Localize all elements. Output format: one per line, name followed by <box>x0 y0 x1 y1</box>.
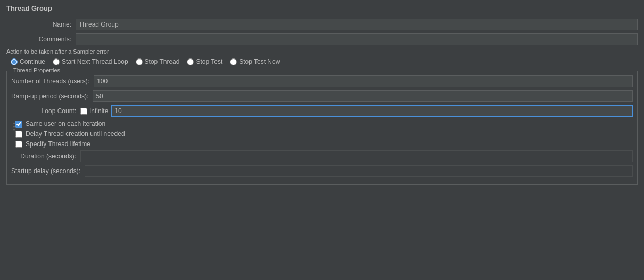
duration-row: Duration (seconds): <box>11 150 633 162</box>
radio-stop-test-now-input[interactable] <box>230 58 237 65</box>
num-threads-row: Number of Threads (users): <box>11 75 633 87</box>
ramp-up-label: Ramp-up period (seconds): <box>11 92 93 100</box>
thread-properties-legend: Thread Properties <box>11 67 62 73</box>
name-row: Name: <box>6 19 638 30</box>
left-dots <box>13 122 15 130</box>
same-user-label: Same user on each iteration <box>26 120 105 128</box>
delay-thread-label: Delay Thread creation until needed <box>26 130 125 138</box>
name-label: Name: <box>6 21 76 28</box>
specify-lifetime-checkbox[interactable] <box>15 141 22 148</box>
thread-prop-inner: Number of Threads (users): Ramp-up perio… <box>11 75 633 177</box>
dot-3 <box>13 129 15 130</box>
num-threads-label: Number of Threads (users): <box>11 78 94 85</box>
comments-input[interactable] <box>76 33 638 45</box>
dot-1 <box>13 122 15 124</box>
delay-thread-checkbox[interactable] <box>15 131 22 138</box>
radio-stop-thread-input[interactable] <box>136 58 143 65</box>
radio-stop-thread: Stop Thread <box>136 58 180 65</box>
startup-delay-input[interactable] <box>85 165 633 177</box>
specify-lifetime-row: Specify Thread lifetime <box>15 140 633 148</box>
loop-count-input[interactable] <box>111 105 633 117</box>
startup-delay-label: Startup delay (seconds): <box>11 167 85 175</box>
duration-label: Duration (seconds): <box>11 152 80 160</box>
ramp-up-input[interactable] <box>93 90 633 102</box>
startup-delay-row: Startup delay (seconds): <box>11 165 633 177</box>
radio-stop-test-label: Stop Test <box>196 58 222 65</box>
num-threads-input[interactable] <box>94 75 633 87</box>
specify-lifetime-label: Specify Thread lifetime <box>26 140 90 148</box>
infinite-label: Infinite <box>89 107 108 115</box>
loop-count-label: Loop Count: <box>11 107 80 115</box>
radio-continue: Continue <box>11 58 45 65</box>
infinite-check: Infinite <box>80 107 108 115</box>
radio-stop-thread-label: Stop Thread <box>145 58 180 65</box>
radio-start-next-label: Start Next Thread Loop <box>62 58 128 65</box>
same-user-checkbox[interactable] <box>15 121 22 128</box>
action-section: Action to be taken after a Sampler error… <box>6 48 638 67</box>
delay-thread-row: Delay Thread creation until needed <box>15 130 633 138</box>
radio-continue-input[interactable] <box>11 58 18 65</box>
same-user-row: Same user on each iteration <box>15 120 633 128</box>
thread-properties-section: Thread Properties Number of Threads (use… <box>6 71 638 185</box>
radio-stop-test-now-label: Stop Test Now <box>239 58 280 65</box>
loop-count-row: Loop Count: Infinite <box>11 105 633 117</box>
radio-continue-label: Continue <box>20 58 45 65</box>
radio-stop-test: Stop Test <box>187 58 222 65</box>
panel-title: Thread Group <box>6 4 638 14</box>
duration-input[interactable] <box>80 150 633 162</box>
radio-start-next: Start Next Thread Loop <box>53 58 128 65</box>
comments-row: Comments: <box>6 33 638 45</box>
action-label: Action to be taken after a Sampler error <box>6 48 638 55</box>
name-input[interactable] <box>76 19 638 30</box>
main-panel: Thread Group Name: Comments: Action to b… <box>0 0 644 280</box>
radio-stop-test-input[interactable] <box>187 58 194 65</box>
radio-group: Continue Start Next Thread Loop Stop Thr… <box>6 56 638 67</box>
radio-start-next-input[interactable] <box>53 58 60 65</box>
radio-stop-test-now: Stop Test Now <box>230 58 280 65</box>
dot-2 <box>13 125 15 127</box>
ramp-up-row: Ramp-up period (seconds): <box>11 90 633 102</box>
infinite-checkbox[interactable] <box>80 108 87 115</box>
comments-label: Comments: <box>6 36 76 43</box>
